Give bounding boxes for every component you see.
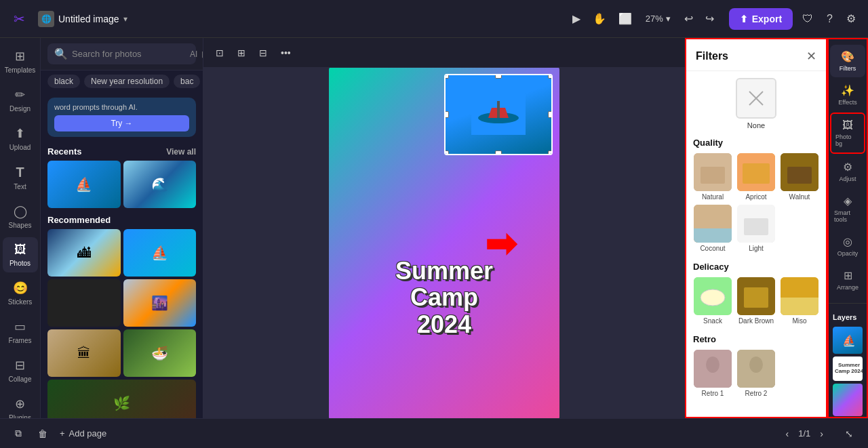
resize-handle-br[interactable] [548, 150, 553, 155]
add-page-button[interactable]: + Add page [60, 428, 106, 439]
resize-handle-mr[interactable] [548, 111, 553, 118]
replace-tool-button[interactable]: ⊞ [233, 43, 250, 62]
sidebar-item-templates[interactable]: ⊞ Templates [3, 43, 38, 79]
canvas-summer-camp-text[interactable]: Summer Camp 2024 [376, 258, 512, 338]
filter-retro2-label: Retro 2 [745, 390, 768, 397]
sidebar-item-collage[interactable]: ⊟ Collage [3, 352, 38, 388]
sidebar-item-stickers[interactable]: 😊 Stickers [3, 275, 38, 311]
right-tool-arrange[interactable]: ⊞ Arrange [830, 264, 865, 296]
sidebar-item-shapes[interactable]: ◯ Shapes [3, 199, 38, 235]
flip-tool-button[interactable]: ⊟ [255, 43, 271, 62]
more-options-button[interactable]: ••• [277, 43, 295, 62]
filter-coconut[interactable]: Coconut [693, 205, 732, 252]
layer-thumb-boat[interactable]: ⛵ [833, 327, 863, 354]
sidebar-item-frames[interactable]: ▭ Frames [3, 314, 38, 350]
filter-light[interactable]: Light [736, 205, 776, 252]
filter-snack[interactable]: Snack [693, 277, 732, 325]
undo-button[interactable]: ↩ [680, 8, 697, 29]
tag-bac[interactable]: bac [174, 75, 200, 88]
rec-photo-1[interactable]: 🏙 [47, 229, 121, 277]
resize-handle-tr[interactable] [548, 74, 553, 79]
sidebar-item-photos[interactable]: 🖼 Photos [3, 237, 38, 272]
right-tool-adjust[interactable]: ⚙ Adjust [830, 155, 865, 188]
rec-photo-2[interactable]: ⛵ [123, 229, 197, 277]
next-page-button[interactable]: › [816, 424, 827, 443]
sidebar-label-collage: Collage [9, 375, 32, 383]
filter-natural[interactable]: Natural [693, 153, 732, 201]
right-tool-photobg[interactable]: 🖼 Photo bg [830, 113, 865, 154]
plugins-icon: ⊕ [15, 396, 25, 411]
zoom-control[interactable]: 27%▾ [640, 11, 676, 26]
filter-walnut-label: Walnut [789, 193, 810, 201]
view-all-button[interactable]: View all [166, 147, 196, 157]
sidebar-item-upload[interactable]: ⬆ Upload [3, 121, 38, 157]
search-box[interactable]: 🔍 AI ⊟ [47, 43, 196, 64]
play-tool-button[interactable]: ▶ [568, 8, 585, 29]
tag-black[interactable]: black [47, 75, 80, 88]
hand-tool-button[interactable]: ✋ [589, 8, 610, 29]
export-button[interactable]: ⬆ Export [729, 8, 793, 30]
rec-photo-3[interactable] [47, 279, 121, 327]
recents-header: Recents View all [47, 146, 196, 157]
search-input[interactable] [72, 49, 186, 59]
filter-retro2[interactable]: Retro 2 [736, 350, 776, 397]
prev-page-button[interactable]: ‹ [782, 424, 793, 443]
shield-icon-button[interactable]: 🛡 [798, 9, 817, 29]
redo-button[interactable]: ↪ [701, 8, 718, 29]
resize-handle-bm[interactable] [495, 150, 502, 155]
filter-light-thumb [737, 205, 775, 243]
filter-walnut[interactable]: Walnut [780, 153, 819, 201]
panel-scroll[interactable]: Recents View all ⛵ 🌊 Recommended [41, 142, 203, 418]
sidebar-item-plugins[interactable]: ⊕ Plugins [3, 391, 38, 418]
rec-photo-7[interactable]: 🌿 [47, 380, 196, 418]
right-tool-filters[interactable]: 🎨 Filters [830, 45, 865, 77]
ai-try-button[interactable]: Try → [54, 115, 189, 131]
canvas-viewport[interactable]: Page 1 [203, 68, 685, 418]
filter-walnut-thumb [781, 153, 818, 191]
svg-rect-15 [744, 218, 768, 235]
right-tool-opacity[interactable]: ◎ Opacity [830, 230, 865, 262]
frame-tool-button[interactable]: ⬜ [614, 8, 636, 29]
stickers-icon: 😊 [13, 281, 28, 296]
settings-button[interactable]: ⚙ [842, 8, 860, 29]
delete-page-button[interactable]: 🗑 [34, 424, 52, 443]
recent-photo-1[interactable]: ⛵ [47, 161, 121, 208]
filter-dark-brown[interactable]: Dark Brown [736, 277, 776, 325]
sidebar-item-design[interactable]: ✏ Design [3, 82, 38, 118]
filter-miso-thumb [781, 277, 818, 315]
filters-scroll-area[interactable]: None Quality Natural [686, 71, 826, 417]
rec-photo-5[interactable]: 🏛 [47, 329, 121, 377]
filters-panel: Filters ✕ None Quality [685, 38, 827, 418]
filter-retro1[interactable]: Retro 1 [693, 350, 732, 397]
rec-photo-4[interactable]: 🌆 [123, 279, 197, 327]
recent-photo-2[interactable]: 🌊 [123, 161, 197, 208]
filter-apricot[interactable]: Apricot [736, 153, 776, 201]
resize-handle-tm[interactable] [495, 74, 502, 79]
crop-tool-button[interactable]: ⊡ [212, 43, 228, 62]
resize-handle-ml[interactable] [444, 111, 449, 118]
photobg-tool-label: Photo bg [835, 134, 860, 147]
resize-handle-tl[interactable] [444, 74, 449, 79]
title-chevron[interactable]: ▾ [123, 14, 127, 24]
layer-thumb-gradient[interactable] [833, 384, 863, 416]
right-tool-effects[interactable]: ✨ Effects [830, 79, 865, 111]
tag-new-year[interactable]: New year resolution [84, 75, 170, 88]
filter-none-item[interactable]: None [693, 78, 819, 129]
photos-panel: 🔍 AI ⊟ black New year resolution bac wor… [41, 38, 203, 418]
filter-miso[interactable]: Miso [780, 277, 819, 325]
resize-handle-bl[interactable] [444, 150, 449, 155]
photos-icon: 🖼 [14, 243, 26, 257]
document-title: Untitled image [58, 14, 119, 24]
svg-rect-7 [701, 167, 725, 184]
rec-photo-6[interactable]: 🍜 [123, 329, 197, 377]
help-button[interactable]: ? [823, 9, 837, 29]
layer-thumb-text[interactable]: Summer Camp 2024 [833, 357, 863, 381]
fullscreen-button[interactable]: ⤡ [841, 424, 857, 443]
search-icon: 🔍 [54, 47, 68, 60]
sidebar-item-text[interactable]: T Text [3, 159, 38, 196]
canvas-boat-image[interactable] [444, 74, 553, 155]
right-tool-smart[interactable]: ◈ Smart tools [830, 189, 865, 228]
recents-grid: ⛵ 🌊 [47, 161, 196, 208]
duplicate-page-button[interactable]: ⧉ [11, 424, 26, 443]
filters-close-button[interactable]: ✕ [806, 49, 816, 64]
